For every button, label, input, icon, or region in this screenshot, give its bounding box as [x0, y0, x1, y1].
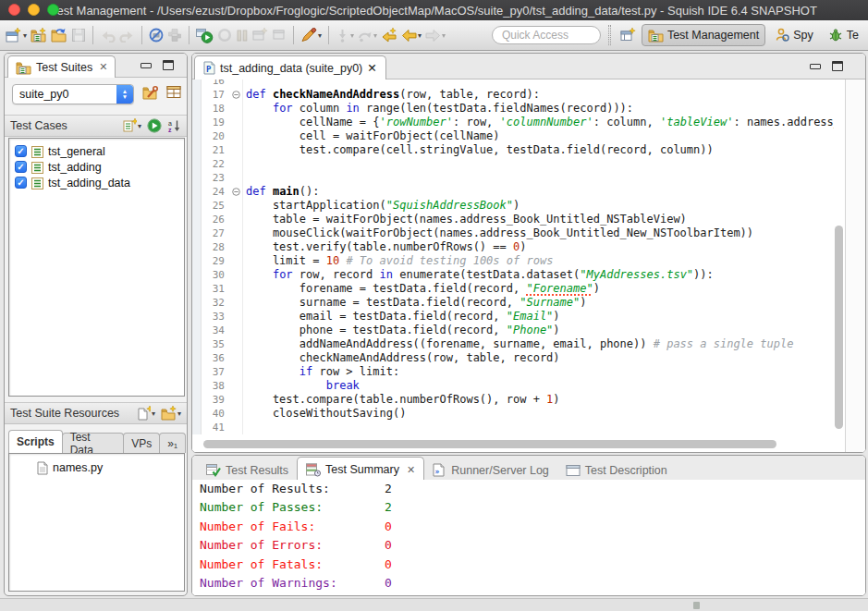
- new-test-case-icon[interactable]: ▾: [123, 118, 141, 133]
- summary-label: Number of Fails:: [200, 518, 385, 536]
- code-line: 31 forename = testData.field(record, "Fo…: [192, 282, 834, 296]
- tab-editor-file[interactable]: P tst_adding_data (suite_py0) ✕: [194, 55, 386, 79]
- suite-config-grid-icon[interactable]: [166, 85, 181, 100]
- fold-gutter: [229, 421, 243, 434]
- fold-collapse-icon[interactable]: [229, 185, 243, 199]
- vertical-scrollbar[interactable]: [835, 226, 843, 429]
- fold-gutter: [229, 240, 243, 254]
- resource-tab-scripts[interactable]: Scripts: [8, 430, 63, 453]
- new-test-suite-button[interactable]: ▾: [4, 24, 29, 46]
- tab-test-results[interactable]: Test Results: [198, 458, 297, 482]
- run-test-suite-button[interactable]: [194, 24, 215, 46]
- new-folder-icon[interactable]: ▾: [161, 406, 181, 421]
- line-number: 36: [202, 351, 229, 365]
- code-line: 22: [192, 157, 834, 171]
- fold-gutter: [229, 143, 243, 157]
- toolbar-separator: [328, 26, 329, 44]
- close-tab-icon[interactable]: ✕: [407, 464, 415, 476]
- minimize-view-button[interactable]: [141, 63, 152, 68]
- last-edit-location-button[interactable]: [379, 24, 399, 46]
- code-line: 40 closeWithoutSaving(): [192, 407, 834, 421]
- suite-settings-icon[interactable]: [142, 85, 159, 100]
- run-test-cases-icon[interactable]: [147, 118, 162, 133]
- squish-ide-window: Test Management - /Users/ezust/Dropbox/F…: [0, 0, 868, 611]
- sort-az-icon[interactable]: az: [167, 118, 181, 132]
- summary-value: 2: [385, 480, 392, 498]
- toolbar-separator: [189, 26, 189, 44]
- code-editor[interactable]: 1617def checkNameAndAddress(row, table, …: [192, 79, 865, 452]
- status-indicator-icon: [693, 602, 700, 609]
- fold-gutter: [229, 296, 243, 310]
- code-line: 23: [192, 171, 834, 185]
- perspective-test-management-button[interactable]: Test Management: [642, 24, 765, 46]
- perspective-switcher: Test ManagementSpyTe: [608, 24, 864, 46]
- annotation-ruler: [192, 88, 202, 102]
- close-view-icon[interactable]: ✕: [99, 61, 107, 73]
- editor-tabstrip: P tst_adding_data (suite_py0) ✕: [192, 54, 865, 79]
- code-line: 36 checkNameAndAddress(row, table, recor…: [192, 351, 834, 365]
- close-editor-tab-icon[interactable]: ✕: [367, 61, 376, 75]
- close-window-button[interactable]: [8, 4, 20, 16]
- tab-test-description[interactable]: Test Description: [557, 458, 676, 482]
- quick-access-wrap: [492, 26, 601, 44]
- perspective-spy-button[interactable]: Spy: [769, 25, 819, 45]
- dropdown-arrow-icon: ▾: [350, 31, 354, 40]
- line-number: 41: [202, 421, 229, 434]
- import-resource-button[interactable]: [49, 24, 69, 46]
- toolbar-separator: [608, 25, 611, 45]
- summary-value: 2: [385, 498, 392, 517]
- checkbox-checked-icon[interactable]: ✓: [15, 145, 27, 157]
- resource-tab-test-data[interactable]: Test Data: [62, 433, 125, 453]
- test-case-icon: [31, 176, 43, 189]
- code-line: 28 test.verify(table.numberOfRows() == 0…: [192, 240, 834, 254]
- code-line: 29 limit = 10 # To avoid testing 100s of…: [192, 254, 834, 268]
- no-spy-button[interactable]: [147, 24, 165, 46]
- summary-value: 0: [385, 536, 392, 555]
- test-suites-panel: Test Suites ✕ suite_py0 ▲▼ Test Cases ▾: [4, 53, 188, 596]
- quick-access-input[interactable]: [492, 26, 601, 44]
- debug-icon: [828, 28, 843, 43]
- perspective-te-button[interactable]: Te: [823, 25, 864, 45]
- zoom-window-button[interactable]: [47, 4, 59, 16]
- horizontal-scrollbar[interactable]: [203, 440, 776, 448]
- minimize-window-button[interactable]: [28, 4, 40, 16]
- fold-gutter: [229, 102, 243, 116]
- open-perspective-button[interactable]: [618, 24, 638, 46]
- test-case-list: ✓tst_general✓tst_adding✓tst_adding_data: [8, 138, 185, 397]
- python-button: [165, 24, 184, 46]
- fold-gutter: [229, 226, 243, 240]
- code-line: 19 cellName = {'rowNumber': row, 'column…: [192, 116, 834, 129]
- line-number: 21: [202, 143, 229, 157]
- maximize-view-button[interactable]: [163, 60, 174, 70]
- new-test-case-button[interactable]: [29, 24, 49, 46]
- tab-test-summary[interactable]: Test Summary✕: [297, 457, 424, 482]
- code-line: 34 phone = testData.field(record, "Phone…: [192, 324, 834, 337]
- summary-row: Number of Fails:0: [200, 518, 865, 536]
- resource-tab-vps[interactable]: VPs: [123, 433, 160, 453]
- suite-selector-row: suite_py0 ▲▼: [5, 81, 187, 109]
- code-line: 33 email = testData.field(record, "Email…: [192, 310, 834, 324]
- annotation-ruler: [192, 365, 202, 379]
- spy-icon: [775, 28, 789, 43]
- launch-aut-button[interactable]: ▾: [299, 24, 324, 46]
- new-file-icon[interactable]: ▾: [138, 406, 155, 421]
- annotation-ruler: [192, 351, 202, 365]
- test-case-row[interactable]: ✓tst_adding: [11, 159, 182, 175]
- line-number: 29: [202, 254, 229, 268]
- minimize-editor-button[interactable]: [810, 64, 821, 69]
- checkbox-checked-icon[interactable]: ✓: [15, 161, 27, 173]
- suite-selector[interactable]: suite_py0 ▲▼: [12, 84, 134, 104]
- tab-test-suites[interactable]: Test Suites ✕: [7, 55, 116, 78]
- resource-tab--[interactable]: »₁: [159, 433, 186, 453]
- checkbox-checked-icon[interactable]: ✓: [15, 177, 27, 189]
- code-line: 25 startApplication("SquishAddressBook"): [192, 199, 834, 213]
- maximize-editor-button[interactable]: [832, 61, 843, 71]
- test-case-row[interactable]: ✓tst_general: [11, 143, 182, 159]
- resource-file-row[interactable]: names.py: [11, 459, 182, 476]
- fold-collapse-icon[interactable]: [229, 88, 243, 102]
- dropdown-arrow-icon: ▾: [318, 31, 322, 40]
- tab-runner-server-log[interactable]: »Runner/Server Log: [424, 458, 557, 482]
- test-case-row[interactable]: ✓tst_adding_data: [11, 175, 182, 190]
- back-button[interactable]: ▾: [399, 24, 423, 46]
- dropdown-arrow-icon: ▾: [138, 122, 141, 130]
